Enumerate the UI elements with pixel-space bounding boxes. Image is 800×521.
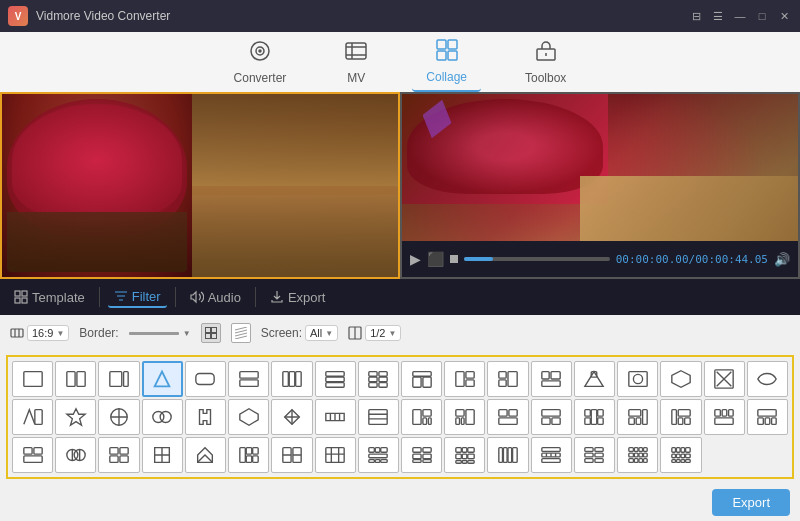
- pattern-grid-button[interactable]: [201, 323, 221, 343]
- svg-rect-138: [499, 448, 503, 463]
- shape-cell-32[interactable]: [574, 399, 615, 435]
- volume-button[interactable]: 🔊: [774, 252, 790, 267]
- svg-rect-145: [585, 448, 593, 452]
- separator-3: [255, 287, 256, 307]
- right-controls: ▶ ⬛ 00:00:00.00/00:00:44.05 🔊: [402, 241, 798, 277]
- shape-cell-37[interactable]: [12, 437, 53, 473]
- template-icon: [14, 290, 28, 304]
- shape-cell-20[interactable]: [55, 399, 96, 435]
- svg-rect-137: [468, 461, 474, 464]
- border-slider[interactable]: [129, 332, 179, 335]
- play-button[interactable]: ▶: [410, 251, 421, 267]
- shape-cell-3[interactable]: [98, 361, 139, 397]
- shape-cell-40[interactable]: [142, 437, 183, 473]
- shape-cell-46[interactable]: [401, 437, 442, 473]
- svg-rect-170: [686, 454, 691, 458]
- svg-rect-157: [639, 453, 643, 457]
- shape-cell-7[interactable]: [271, 361, 312, 397]
- svg-rect-109: [246, 448, 252, 454]
- shape-cell-16[interactable]: [660, 361, 701, 397]
- shape-cell-27[interactable]: [358, 399, 399, 435]
- svg-rect-135: [456, 461, 462, 464]
- shape-cell-9[interactable]: [358, 361, 399, 397]
- shape-cell-33[interactable]: [617, 399, 658, 435]
- shape-cell-48[interactable]: [487, 437, 528, 473]
- menu-button[interactable]: ☰: [710, 8, 726, 24]
- shape-cell-2[interactable]: [55, 361, 96, 397]
- svg-rect-74: [499, 418, 517, 424]
- stop-button[interactable]: ⬛: [427, 251, 444, 267]
- svg-rect-150: [595, 459, 603, 463]
- shape-cell-26[interactable]: [315, 399, 356, 435]
- shape-cell-47[interactable]: [444, 437, 485, 473]
- tab-filter[interactable]: Filter: [108, 287, 167, 308]
- shape-cell-38[interactable]: [55, 437, 96, 473]
- ratio-dropdown[interactable]: 16:9 ▼: [27, 325, 69, 341]
- nav-toolbox[interactable]: Toolbox: [511, 33, 580, 91]
- shape-cell-19[interactable]: [12, 399, 53, 435]
- shape-cell-43[interactable]: [271, 437, 312, 473]
- nav-collage[interactable]: Collage: [412, 32, 481, 92]
- shape-cell-45[interactable]: [358, 437, 399, 473]
- svg-rect-72: [499, 410, 507, 416]
- maximize-button[interactable]: □: [754, 8, 770, 24]
- shape-cell-30[interactable]: [487, 399, 528, 435]
- progress-bar[interactable]: [464, 257, 610, 261]
- shape-cell-31[interactable]: [531, 399, 572, 435]
- shape-cell-21[interactable]: [98, 399, 139, 435]
- export-button[interactable]: Export: [712, 489, 790, 516]
- shape-cell-50[interactable]: [574, 437, 615, 473]
- shape-cell-42[interactable]: [228, 437, 269, 473]
- shape-cell-29[interactable]: [444, 399, 485, 435]
- shape-cell-52[interactable]: [660, 437, 701, 473]
- tab-export[interactable]: Export: [264, 288, 332, 307]
- shape-cell-14[interactable]: [574, 361, 615, 397]
- shape-cell-28[interactable]: [401, 399, 442, 435]
- close-button[interactable]: ✕: [776, 8, 792, 24]
- tab-audio[interactable]: Audio: [184, 288, 247, 307]
- svg-rect-25: [196, 374, 214, 385]
- minimize-button[interactable]: —: [732, 8, 748, 24]
- shape-cell-5[interactable]: [185, 361, 226, 397]
- shape-cell-18[interactable]: [747, 361, 788, 397]
- shape-cell-44[interactable]: [315, 437, 356, 473]
- shape-cell-25[interactable]: [271, 399, 312, 435]
- window-controls: ⊟ ☰ — □ ✕: [688, 8, 792, 24]
- shape-cell-24[interactable]: [228, 399, 269, 435]
- shape-cell-39[interactable]: [98, 437, 139, 473]
- shape-cell-22[interactable]: [142, 399, 183, 435]
- pattern-lines-button[interactable]: [231, 323, 251, 343]
- screen-dropdown[interactable]: All ▼: [305, 325, 338, 341]
- nav-mv[interactable]: MV: [330, 33, 382, 91]
- shape-cell-17[interactable]: [704, 361, 745, 397]
- svg-rect-21: [77, 372, 85, 387]
- shape-cell-49[interactable]: [531, 437, 572, 473]
- fraction-dropdown[interactable]: 1/2 ▼: [365, 325, 401, 341]
- shape-cell-15[interactable]: [617, 361, 658, 397]
- nav-converter[interactable]: Converter: [220, 33, 301, 91]
- svg-rect-151: [629, 448, 634, 452]
- shape-cell-1[interactable]: [12, 361, 53, 397]
- shape-cell-10[interactable]: [401, 361, 442, 397]
- shape-cell-4[interactable]: [142, 361, 183, 397]
- shape-cell-36[interactable]: [747, 399, 788, 435]
- svg-rect-71: [466, 410, 474, 425]
- svg-rect-29: [289, 372, 295, 387]
- svg-rect-37: [379, 377, 387, 382]
- shape-cell-35[interactable]: [704, 399, 745, 435]
- shape-cell-51[interactable]: [617, 437, 658, 473]
- svg-rect-92: [722, 410, 727, 416]
- svg-rect-112: [252, 456, 257, 462]
- action-bar: Export: [0, 483, 800, 521]
- shape-cell-41[interactable]: [185, 437, 226, 473]
- shape-cell-34[interactable]: [660, 399, 701, 435]
- svg-rect-6: [437, 51, 446, 60]
- shape-cell-11[interactable]: [444, 361, 485, 397]
- shape-cell-12[interactable]: [487, 361, 528, 397]
- message-button[interactable]: ⊟: [688, 8, 704, 24]
- shape-cell-8[interactable]: [315, 361, 356, 397]
- shape-cell-6[interactable]: [228, 361, 269, 397]
- shape-cell-13[interactable]: [531, 361, 572, 397]
- tab-template[interactable]: Template: [8, 288, 91, 307]
- shape-cell-23[interactable]: [185, 399, 226, 435]
